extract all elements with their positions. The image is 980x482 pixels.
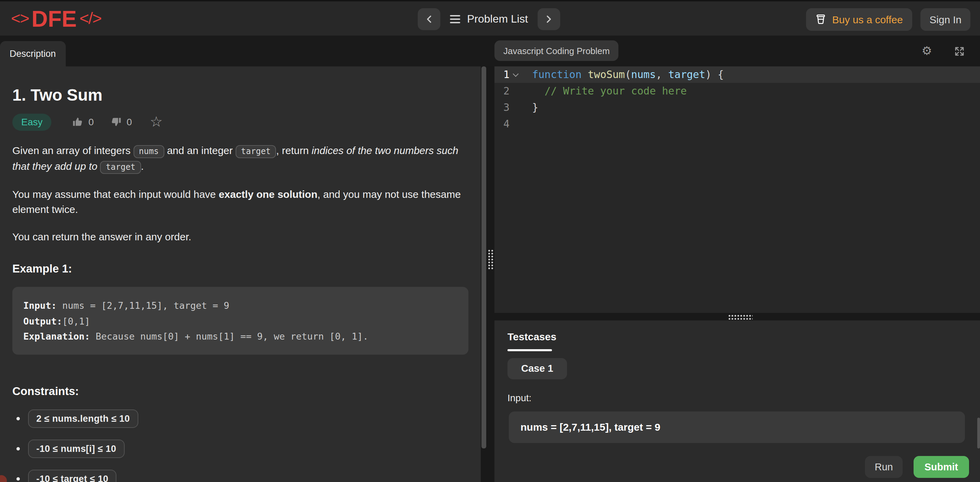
example-heading: Example 1: <box>12 262 468 275</box>
line-number: 4 <box>495 118 509 130</box>
line-number: 1 <box>495 68 509 81</box>
constraint-item: -10 ≤ nums[i] ≤ 10 <box>12 439 468 458</box>
inline-code-target: target <box>235 145 276 158</box>
logo[interactable]: <> DFE </> <box>11 7 101 30</box>
line-number: 3 <box>495 101 509 114</box>
settings-button[interactable]: ⚙ <box>922 45 932 57</box>
fold-toggle[interactable] <box>509 73 521 76</box>
tab-description-label: Description <box>10 49 56 59</box>
like-button[interactable]: 0 <box>72 116 94 127</box>
buy-coffee-button[interactable]: Buy us a coffee <box>806 8 912 30</box>
tab-testcases[interactable]: Testcases <box>508 331 557 351</box>
fullscreen-button[interactable] <box>954 46 965 56</box>
thumbs-down-icon <box>110 116 122 127</box>
dislike-count: 0 <box>127 116 132 127</box>
coffee-cup-icon <box>816 14 826 25</box>
menu-icon <box>450 15 460 23</box>
example-block: Input: nums = [2,7,11,15], target = 9 Ou… <box>12 287 468 354</box>
dislike-button[interactable]: 0 <box>110 116 132 127</box>
constraints-list: 2 ≤ nums.length ≤ 10-10 ≤ nums[i] ≤ 10-1… <box>12 409 468 482</box>
buy-coffee-label: Buy us a coffee <box>832 13 903 25</box>
thumbs-up-icon <box>72 116 84 127</box>
run-button[interactable]: Run <box>865 456 903 478</box>
difficulty-badge: Easy <box>12 113 51 130</box>
problem-statement-3: You can return the answer in any order. <box>12 229 468 244</box>
problem-statement-1: Given an array of integers nums and an i… <box>12 143 468 175</box>
vertical-grip-icon <box>488 249 494 270</box>
vertical-resize-handle[interactable] <box>486 67 495 482</box>
description-scrollbar[interactable] <box>481 67 486 449</box>
chevron-left-icon <box>424 14 434 24</box>
sign-in-button[interactable]: Sign In <box>921 8 970 30</box>
constraints-heading: Constraints: <box>12 385 468 398</box>
app-root: <> DFE </> Problem List <box>0 0 980 482</box>
code-line[interactable]: 4 <box>495 116 980 132</box>
next-problem-button[interactable] <box>538 8 560 30</box>
testcase-panel: Testcases Case 1 Input: nums = [2,7,11,1… <box>495 320 980 482</box>
logo-text: DFE <box>32 7 77 30</box>
inline-code-nums: nums <box>134 145 164 158</box>
editor-toolbar: ⚙ <box>922 36 965 67</box>
horizontal-grip-icon <box>728 314 752 320</box>
logo-left-bracket-icon: <> <box>11 9 29 28</box>
code-content: // Write your code here <box>521 85 687 97</box>
code-content: } <box>521 101 538 114</box>
constraint-item: 2 ≤ nums.length ≤ 10 <box>12 409 468 428</box>
code-line[interactable]: 2 // Write your code here <box>495 83 980 99</box>
problem-meta-row: Easy 0 <box>12 113 468 131</box>
inline-code-target-2: target <box>100 161 141 174</box>
description-panel: 1. Two Sum Easy 0 <box>0 67 481 482</box>
code-lines: 1function twoSum(nums, target) {2 // Wri… <box>495 67 980 132</box>
expand-icon <box>954 46 965 56</box>
code-editor[interactable]: 1function twoSum(nums, target) {2 // Wri… <box>495 67 980 313</box>
testcase-input-label: Input: <box>508 392 980 403</box>
testcase-scrollbar[interactable] <box>977 418 980 449</box>
code-line[interactable]: 1function twoSum(nums, target) { <box>495 67 980 83</box>
code-line[interactable]: 3} <box>495 99 980 116</box>
header-actions: Buy us a coffee Sign In <box>806 2 970 37</box>
gear-icon: ⚙ <box>922 45 932 57</box>
logo-right-bracket-icon: </> <box>80 9 101 28</box>
case-1-button[interactable]: Case 1 <box>508 358 567 379</box>
like-count: 0 <box>88 116 94 127</box>
editor-language-label: Javascript Coding Problem <box>503 46 610 56</box>
testcase-actions: Run Submit <box>865 456 969 478</box>
problem-title: 1. Two Sum <box>12 86 468 105</box>
testcase-input-field[interactable]: nums = [2,7,11,15], target = 9 <box>509 411 965 443</box>
chevron-right-icon <box>544 14 554 24</box>
constraint-chip: 2 ≤ nums.length ≤ 10 <box>28 409 138 428</box>
constraint-chip: -10 ≤ target ≤ 10 <box>28 469 117 482</box>
problem-nav: Problem List <box>418 2 560 37</box>
chevron-down-icon <box>512 71 519 77</box>
example-output-line: Output:[0,1] <box>23 313 457 329</box>
problem-list-label: Problem List <box>467 13 528 25</box>
editor-language-tab[interactable]: Javascript Coding Problem <box>495 40 619 61</box>
top-bar: <> DFE </> Problem List <box>0 0 980 36</box>
line-number: 2 <box>495 85 509 97</box>
constraint-item: -10 ≤ target ≤ 10 <box>12 469 468 482</box>
sign-in-label: Sign In <box>930 13 961 25</box>
constraint-chip: -10 ≤ nums[i] ≤ 10 <box>28 439 124 458</box>
tab-description[interactable]: Description <box>0 41 65 67</box>
example-explanation-line: Explanation: Because nums[0] + nums[1] =… <box>23 329 457 344</box>
prev-problem-button[interactable] <box>418 8 440 30</box>
favorite-button[interactable]: ☆ <box>150 115 163 129</box>
code-content: function twoSum(nums, target) { <box>521 68 724 81</box>
submit-button[interactable]: Submit <box>913 456 969 478</box>
testcases-tab-underline <box>508 349 552 351</box>
example-input-line: Input: nums = [2,7,11,15], target = 9 <box>23 298 457 313</box>
problem-list-link[interactable]: Problem List <box>450 13 528 25</box>
tab-strip: Description Javascript Coding Problem ⚙ <box>0 36 980 67</box>
problem-statement-2: You may assume that each input would hav… <box>12 187 468 217</box>
horizontal-resize-handle[interactable] <box>495 313 980 320</box>
star-icon: ☆ <box>150 113 163 130</box>
